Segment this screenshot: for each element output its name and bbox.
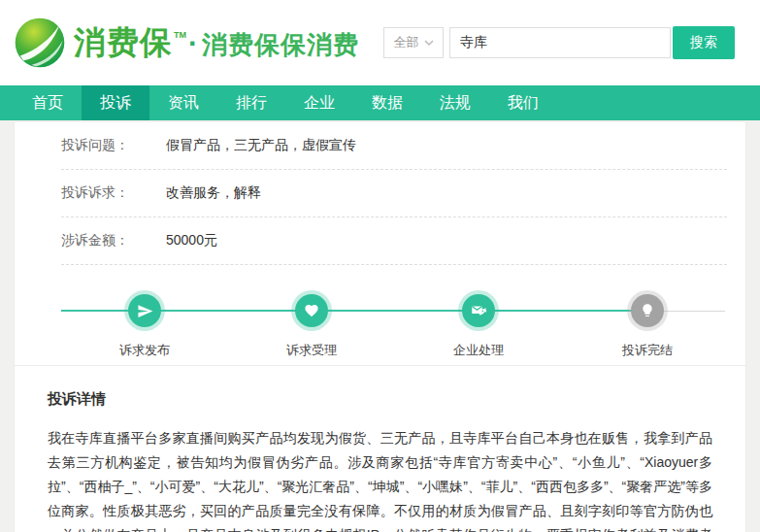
logo-separator-dot: · <box>188 27 198 60</box>
complaint-detail-section: 投诉详情 我在寺库直播平台多家直播间购买产品均发现为假货、三无产品，且寺库平台自… <box>14 366 746 532</box>
trademark-symbol: TM <box>174 30 186 40</box>
complaint-problem-row: 投诉问题： 假冒产品，三无产品，虚假宣传 <box>61 122 727 170</box>
detail-title: 投诉详情 <box>48 390 712 409</box>
step-company-processing: 企业处理 <box>420 294 537 359</box>
search-input[interactable] <box>449 27 671 58</box>
heart-icon <box>295 294 328 327</box>
search-category-select[interactable]: 全部 <box>383 27 444 58</box>
nav-item-regulations[interactable]: 法规 <box>421 85 489 120</box>
step-demand-published: 诉求发布 <box>86 294 203 359</box>
nav-item-complaints[interactable]: 投诉 <box>82 85 149 120</box>
step-label: 诉求受理 <box>253 342 370 359</box>
mail-reply-icon <box>462 294 495 327</box>
row-label: 投诉问题： <box>61 137 166 154</box>
step-label: 企业处理 <box>420 342 537 359</box>
nav-item-home[interactable]: 首页 <box>14 85 82 120</box>
nav-item-enterprise[interactable]: 企业 <box>285 85 353 120</box>
logo-tagline: 消费保保消费 <box>202 28 359 62</box>
step-label: 诉求发布 <box>86 342 203 359</box>
search-button[interactable]: 搜索 <box>673 26 735 59</box>
complaint-summary-card: 投诉问题： 假冒产品，三无产品，虚假宣传 投诉诉求： 改善服务，解释 涉诉金额：… <box>14 122 746 366</box>
logo-icon <box>14 17 66 69</box>
row-value: 改善服务，解释 <box>166 184 261 202</box>
step-demand-accepted: 诉求受理 <box>253 294 370 359</box>
search-bar: 全部 搜索 <box>383 26 735 59</box>
row-value: 假冒产品，三无产品，虚假宣传 <box>166 137 356 154</box>
site-header: 消费保 TM · 消费保保消费 全部 搜索 <box>0 0 760 85</box>
lightbulb-icon <box>631 294 664 327</box>
complaint-amount-row: 涉诉金额： 50000元 <box>61 217 727 265</box>
nav-item-rankings[interactable]: 排行 <box>217 85 285 120</box>
main-content: 投诉问题： 假冒产品，三无产品，虚假宣传 投诉诉求： 改善服务，解释 涉诉金额：… <box>0 122 760 532</box>
row-label: 涉诉金额： <box>61 232 166 249</box>
detail-body: 我在寺库直播平台多家直播间购买产品均发现为假货、三无产品，且寺库平台自己本身也在… <box>48 426 712 532</box>
logo-title: 消费保 <box>74 21 173 65</box>
row-value: 50000元 <box>166 232 217 249</box>
nav-item-about[interactable]: 我们 <box>489 85 557 120</box>
paper-plane-icon <box>128 294 161 327</box>
complaint-demand-row: 投诉诉求： 改善服务，解释 <box>61 170 727 217</box>
main-nav: 首页 投诉 资讯 排行 企业 数据 法规 我们 <box>0 85 760 120</box>
row-label: 投诉诉求： <box>61 184 166 202</box>
progress-steps: 诉求发布 诉求受理 企业处理 <box>15 265 745 365</box>
nav-item-data[interactable]: 数据 <box>353 85 421 120</box>
chevron-down-icon <box>424 40 434 47</box>
step-label: 投诉完结 <box>589 342 706 359</box>
logo[interactable]: 消费保 TM · 消费保保消费 <box>14 17 359 69</box>
step-complaint-closed: 投诉完结 <box>589 294 706 359</box>
search-category-value: 全部 <box>394 34 419 51</box>
nav-item-news[interactable]: 资讯 <box>149 85 217 120</box>
